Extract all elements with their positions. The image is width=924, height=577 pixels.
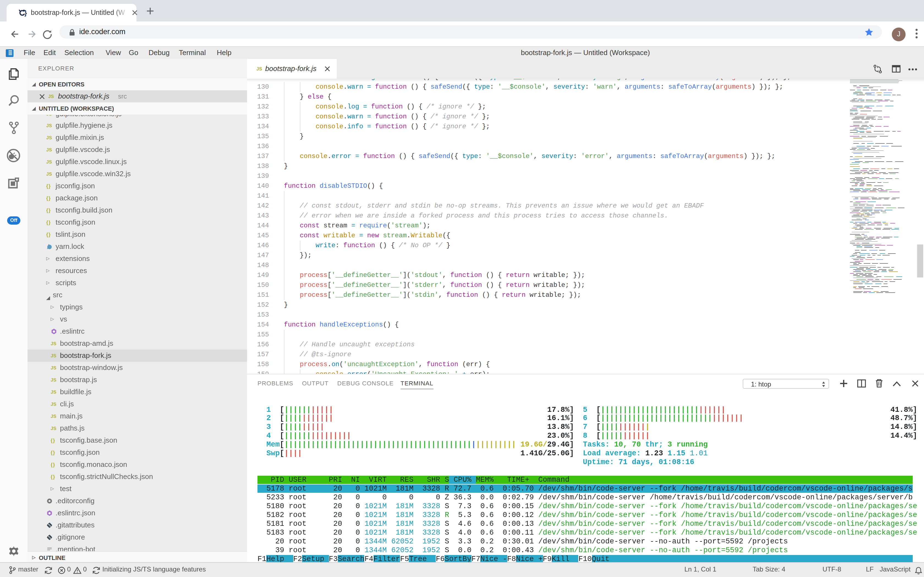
svg-text:}: }: [24, 9, 27, 16]
